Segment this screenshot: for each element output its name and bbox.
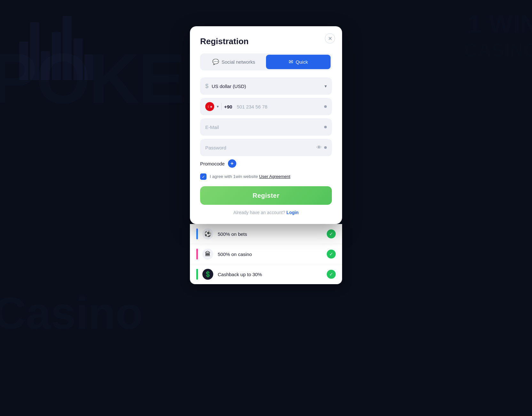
bonus-bets-check: ✓	[327, 229, 336, 238]
phone-country-chevron: ▾	[217, 104, 219, 109]
agreement-checkbox[interactable]: ✓	[200, 173, 207, 180]
bonus-cashback-check: ✓	[327, 270, 336, 279]
login-link[interactable]: Login	[286, 210, 299, 215]
tab-social-label: Social networks	[222, 59, 255, 65]
registration-modal: ✕ Registration 💬 Social networks ✉ Quick…	[190, 26, 342, 224]
social-icon: 💬	[212, 59, 219, 65]
bonus-casino-icon: 🏛	[202, 249, 213, 260]
bonus-card: ⚽ 500% on bets ✓ 🏛 500% on casino ✓ 💲 Ca…	[190, 224, 342, 284]
close-button[interactable]: ✕	[325, 33, 335, 44]
phone-divider	[221, 103, 222, 110]
bg-casino-text: Casino	[0, 287, 143, 339]
currency-value: US dollar (USD)	[212, 84, 323, 89]
registration-tabs: 💬 Social networks ✉ Quick	[200, 53, 332, 70]
agreement-text: I agree with 1win website User Agreement	[210, 174, 290, 180]
phone-country-code: +90	[224, 104, 232, 109]
dollar-icon: $	[205, 83, 208, 90]
bonus-indicator-bets	[196, 228, 198, 239]
promocode-label: Promocode	[200, 161, 225, 166]
bonus-bets-icon: ⚽	[202, 228, 213, 239]
register-button[interactable]: Register	[200, 186, 332, 205]
modal-title: Registration	[200, 36, 332, 46]
password-required-dot	[324, 146, 327, 149]
country-flag	[205, 102, 214, 111]
phone-input[interactable]	[237, 104, 322, 109]
phone-field: ▾ +90	[200, 98, 332, 115]
bonus-bets-text: 500% on bets	[218, 231, 322, 237]
phone-required-dot	[324, 105, 327, 108]
agreement-row: ✓ I agree with 1win website User Agreeme…	[200, 173, 332, 180]
email-field-container	[200, 118, 332, 136]
bg-bar-chart	[19, 16, 93, 80]
add-promocode-button[interactable]: +	[228, 159, 236, 168]
bg-right-text: 1 WIN CASINO	[464, 10, 532, 61]
promocode-row: Promocode +	[200, 159, 332, 168]
tab-social-networks[interactable]: 💬 Social networks	[201, 55, 266, 69]
plus-icon: +	[231, 161, 233, 166]
checkmark-icon: ✓	[202, 174, 205, 179]
chevron-down-icon: ▾	[325, 84, 327, 89]
bonus-cashback-icon: 💲	[202, 269, 213, 280]
bonus-indicator-casino	[196, 249, 198, 260]
email-required-dot	[324, 126, 327, 128]
bonus-item-cashback: 💲 Cashback up to 30% ✓	[190, 264, 342, 284]
bonus-indicator-cashback	[196, 269, 198, 280]
password-input[interactable]	[205, 145, 317, 150]
modal-wrapper: ✕ Registration 💬 Social networks ✉ Quick…	[190, 26, 342, 284]
login-row: Already have an account? Login	[200, 210, 332, 215]
password-field-container: 👁	[200, 139, 332, 156]
bonus-casino-check: ✓	[327, 250, 336, 259]
login-prompt-text: Already have an account?	[233, 210, 285, 215]
close-icon: ✕	[328, 36, 332, 42]
currency-field[interactable]: $ US dollar (USD) ▾	[200, 77, 332, 95]
email-tab-icon: ✉	[289, 59, 293, 65]
bonus-casino-text: 500% on casino	[218, 252, 322, 257]
tab-quick[interactable]: ✉ Quick	[266, 55, 331, 69]
bonus-cashback-text: Cashback up to 30%	[218, 272, 322, 277]
bonus-item-bets: ⚽ 500% on bets ✓	[190, 224, 342, 244]
password-visibility-icon[interactable]: 👁	[317, 145, 322, 150]
tab-quick-label: Quick	[296, 59, 308, 65]
user-agreement-link[interactable]: User Agreement	[259, 174, 291, 179]
email-input[interactable]	[205, 124, 324, 130]
bonus-item-casino: 🏛 500% on casino ✓	[190, 244, 342, 264]
